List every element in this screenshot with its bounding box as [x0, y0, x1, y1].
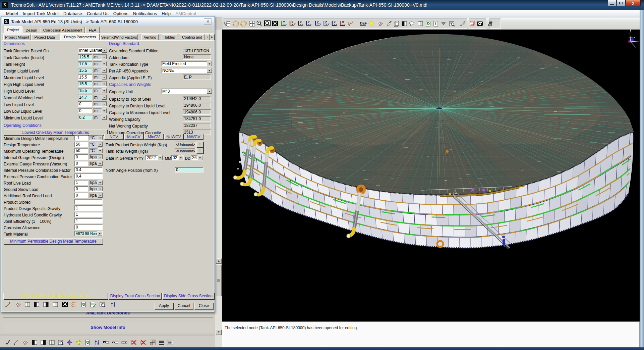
svg-text:x x: x x [308, 23, 312, 26]
svg-text:x x: x x [300, 23, 304, 26]
svg-text:y: y [348, 21, 350, 24]
svg-text:z z: z z [334, 23, 337, 26]
svg-text:Y Y: Y Y [317, 23, 321, 26]
svg-text:DEF: DEF [360, 21, 367, 25]
svg-text:Y Y: Y Y [326, 23, 330, 26]
svg-text:x x: x x [283, 23, 287, 26]
svg-text:x: x [352, 20, 353, 23]
svg-text:Y Y: Y Y [292, 23, 296, 26]
svg-text:z z: z z [342, 23, 346, 26]
